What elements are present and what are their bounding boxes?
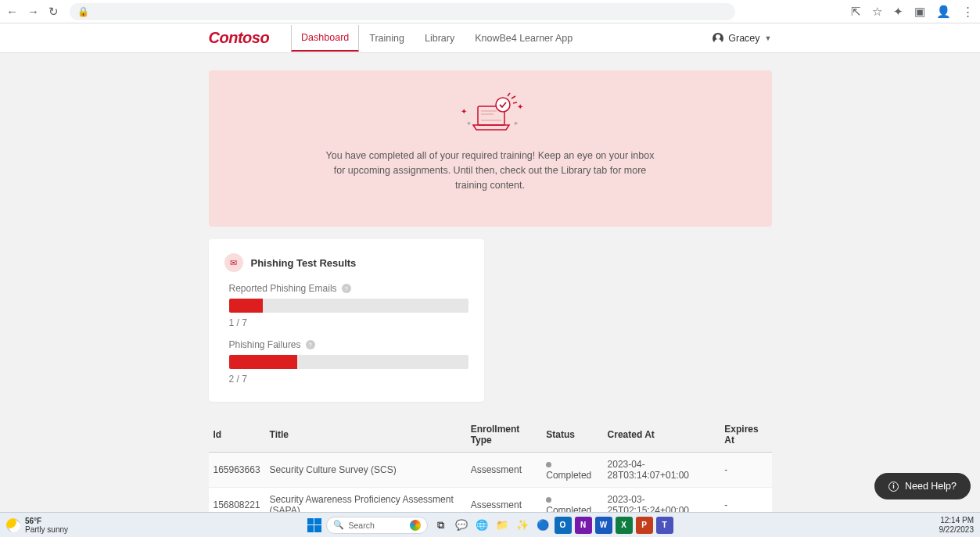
failures-progress (229, 355, 468, 369)
teams-icon[interactable]: T (656, 517, 673, 534)
cell-id: 165963663 (209, 453, 265, 488)
profile-icon[interactable]: 👤 (936, 5, 951, 19)
help-icon[interactable]: ? (342, 284, 351, 293)
col-title[interactable]: Title (265, 417, 466, 453)
weather-temp: 56°F (25, 517, 68, 525)
chrome-icon[interactable]: 🔵 (534, 517, 551, 534)
user-avatar-icon (713, 33, 723, 44)
menu-icon[interactable]: ⋮ (962, 5, 974, 19)
forward-button[interactable]: → (27, 5, 39, 18)
phishing-card: ✉ Phishing Test Results Reported Phishin… (209, 239, 484, 402)
chat-icon[interactable]: 💬 (453, 517, 470, 534)
tab-training[interactable]: Training (359, 25, 415, 52)
svg-line-1 (512, 96, 515, 98)
word-icon[interactable]: W (595, 517, 612, 534)
outlook-icon[interactable]: O (555, 517, 572, 534)
need-help-button[interactable]: i Need Help? (874, 473, 971, 499)
extensions-icon[interactable]: ✦ (893, 5, 903, 19)
metric-failures-label: Phishing Failures (229, 339, 301, 350)
user-menu[interactable]: Gracey ▼ (713, 33, 771, 44)
reported-progress (229, 299, 468, 313)
col-created-at[interactable]: Created At (603, 417, 720, 453)
col-id[interactable]: Id (209, 417, 265, 453)
taskbar-apps: ⧉ 💬 🌐 📁 ✨ 🔵 O N W X P T (433, 517, 673, 534)
windows-taskbar: 56°F Partly sunny 🔍 Search ⧉ 💬 🌐 📁 ✨ 🔵 O… (0, 512, 980, 537)
need-help-label: Need Help? (905, 481, 957, 492)
metric-reported-label: Reported Phishing Emails (229, 283, 337, 294)
svg-point-11 (496, 98, 510, 112)
search-icon: 🔍 (333, 520, 344, 530)
cell-type: Assessment (466, 453, 542, 488)
table-row: 165963663 Security Culture Survey (SCS) … (209, 453, 772, 488)
weather-widget[interactable]: 56°F Partly sunny (6, 517, 68, 534)
share-icon[interactable]: ⇱ (851, 5, 861, 19)
clock-date: 9/22/2023 (939, 525, 975, 535)
envelope-icon: ✉ (224, 253, 243, 272)
status-dot-icon (546, 462, 551, 467)
lock-icon: 🔒 (77, 6, 89, 17)
tab-dashboard[interactable]: Dashboard (291, 25, 359, 52)
copilot-icon (410, 520, 421, 531)
app-header: Contoso Dashboard Training Library KnowB… (0, 23, 980, 53)
col-expires-at[interactable]: Expires At (720, 417, 771, 453)
svg-text:✱: ✱ (514, 121, 518, 126)
onenote-icon[interactable]: N (575, 517, 592, 534)
weather-icon (6, 518, 20, 532)
cell-created: 2023-04-28T03:14:07+01:00 (603, 453, 720, 488)
star-icon[interactable]: ☆ (872, 5, 882, 19)
panel-icon[interactable]: ▣ (914, 5, 925, 19)
back-button[interactable]: ← (6, 5, 18, 18)
powerpoint-icon[interactable]: P (636, 517, 653, 534)
tab-library[interactable]: Library (415, 25, 465, 52)
table-header-row: Id Title Enrollment Type Status Created … (209, 417, 772, 453)
reload-button[interactable]: ↻ (48, 5, 59, 19)
cell-title: Security Culture Survey (SCS) (265, 453, 466, 488)
svg-line-0 (508, 93, 510, 96)
system-tray[interactable]: 12:14 PM 9/22/2023 (939, 516, 975, 535)
page-content: ✦ ✦ ✱ ✱ You have completed all of your r… (0, 53, 980, 537)
chevron-down-icon: ▼ (765, 34, 772, 42)
reported-value: 1 / 7 (229, 317, 468, 328)
status-dot-icon (546, 497, 551, 503)
cell-expires: - (720, 453, 771, 488)
metric-reported: Reported Phishing Emails ? 1 / 7 (229, 283, 468, 328)
phishing-title: Phishing Test Results (251, 257, 357, 269)
metric-failures: Phishing Failures ? 2 / 7 (229, 339, 468, 385)
edge-icon[interactable]: 🌐 (473, 517, 490, 534)
col-enrollment-type[interactable]: Enrollment Type (466, 417, 542, 453)
copilot-icon[interactable]: ✨ (514, 517, 531, 534)
weather-cond: Partly sunny (25, 525, 68, 534)
excel-icon[interactable]: X (616, 517, 633, 534)
info-icon: i (888, 482, 899, 492)
browser-chrome: ← → ↻ 🔒 ⇱ ☆ ✦ ▣ 👤 ⋮ (0, 0, 980, 23)
task-view-icon[interactable]: ⧉ (433, 517, 450, 534)
completion-banner: ✦ ✦ ✱ ✱ You have completed all of your r… (209, 70, 772, 227)
svg-text:✦: ✦ (517, 102, 523, 111)
banner-illustration-icon: ✦ ✦ ✱ ✱ (224, 92, 756, 139)
cell-status: Completed (541, 453, 602, 488)
tab-learner-app[interactable]: KnowBe4 Learner App (465, 25, 583, 52)
banner-text: You have completed all of your required … (326, 149, 655, 192)
svg-text:✦: ✦ (461, 107, 467, 116)
explorer-icon[interactable]: 📁 (494, 517, 511, 534)
clock-time: 12:14 PM (939, 516, 975, 525)
start-button[interactable] (307, 518, 321, 532)
user-name: Gracey (728, 33, 759, 44)
search-placeholder: Search (349, 521, 375, 530)
help-icon[interactable]: ? (306, 340, 315, 349)
address-bar[interactable]: 🔒 (70, 3, 735, 20)
taskbar-search[interactable]: 🔍 Search (326, 517, 428, 534)
col-status[interactable]: Status (541, 417, 602, 453)
failures-value: 2 / 7 (229, 374, 468, 385)
brand-logo: Contoso (209, 29, 270, 47)
svg-text:✱: ✱ (467, 121, 471, 126)
nav-tabs: Dashboard Training Library KnowBe4 Learn… (291, 25, 583, 52)
